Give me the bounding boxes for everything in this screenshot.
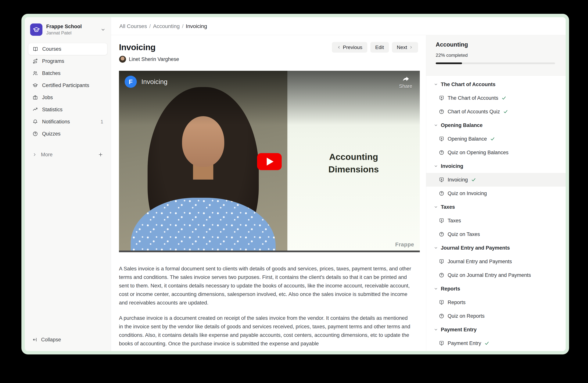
sidebar-item-programs[interactable]: Programs xyxy=(28,55,107,67)
check-icon xyxy=(503,109,508,114)
play-icon xyxy=(267,158,273,166)
route-icon xyxy=(32,58,38,64)
lesson-row[interactable]: Journal Entry and Payments xyxy=(426,255,566,268)
lesson-row[interactable]: Quiz on Reports xyxy=(426,309,566,323)
page-title: Invoicing xyxy=(119,42,156,52)
help-circle-icon xyxy=(439,313,444,319)
lesson-row-active[interactable]: Invoicing xyxy=(426,173,566,187)
lesson-row[interactable]: Quiz on Taxes xyxy=(426,228,566,241)
brand-user: Jannat Patel xyxy=(46,30,82,36)
brand-name: Frappe School xyxy=(46,24,82,30)
lesson-row[interactable]: Quiz on Journal Entry and Payments xyxy=(426,268,566,282)
sidebar-item-notifications[interactable]: Notifications 1 xyxy=(28,116,107,128)
chevron-down-icon xyxy=(101,27,105,32)
help-circle-icon xyxy=(439,272,444,278)
lesson-row[interactable]: Taxes xyxy=(426,214,566,228)
help-circle-icon xyxy=(32,131,38,137)
collapse-icon xyxy=(32,337,38,342)
chapter-row[interactable]: Opening Balance xyxy=(426,118,566,132)
course-outline: The Chart of Accounts The Chart of Accou… xyxy=(426,76,566,351)
lesson-row[interactable]: The Chart of Accounts xyxy=(426,91,566,105)
chapter-row[interactable]: Payment Entry xyxy=(426,323,566,336)
frappe-watermark: Frappe xyxy=(395,241,414,248)
monitor-play-icon xyxy=(439,95,444,101)
more-label: More xyxy=(41,152,53,158)
chevron-right-icon xyxy=(32,152,37,157)
sidebar-item-quizzes[interactable]: Quizzes xyxy=(28,128,107,140)
video-overlay-title[interactable]: Invoicing xyxy=(141,78,168,86)
chapter-row[interactable]: The Chart of Accounts xyxy=(426,77,566,91)
lesson-row[interactable]: Chart of Accounts Quiz xyxy=(426,105,566,118)
video-header: F Invoicing xyxy=(125,76,168,88)
notification-count-badge: 1 xyxy=(101,119,103,125)
course-progress-bar xyxy=(436,62,555,64)
help-circle-icon xyxy=(439,191,444,196)
sidebar-item-statistics[interactable]: Statistics xyxy=(28,103,107,116)
check-icon xyxy=(502,96,506,100)
check-icon xyxy=(484,341,489,346)
monitor-play-icon xyxy=(439,177,444,183)
sidebar-item-label: Statistics xyxy=(42,107,63,113)
author-row: Linet Sherin Varghese xyxy=(119,56,418,63)
breadcrumb-separator: / xyxy=(182,23,184,29)
edit-button[interactable]: Edit xyxy=(370,42,389,53)
help-circle-icon xyxy=(439,231,444,237)
sidebar-more[interactable]: More xyxy=(28,149,107,160)
chapter-row[interactable]: Journal Entry and Payments xyxy=(426,241,566,255)
chapter-row[interactable]: Reports xyxy=(426,282,566,296)
frappe-school-logo-icon xyxy=(30,23,42,36)
monitor-play-icon xyxy=(439,340,444,346)
chapter-row[interactable]: Taxes xyxy=(426,200,566,214)
lesson-row[interactable]: Quiz on Opening Balances xyxy=(426,146,566,159)
author-avatar xyxy=(119,56,126,63)
sidebar-item-jobs[interactable]: Jobs xyxy=(28,91,107,103)
lesson-row[interactable]: Reports xyxy=(426,296,566,309)
right-part: All Courses / Accounting / Invoicing Inv… xyxy=(111,17,566,351)
breadcrumb-link-accounting[interactable]: Accounting xyxy=(153,23,180,29)
help-circle-icon xyxy=(439,109,444,115)
bell-icon xyxy=(32,119,38,125)
collapse-sidebar-button[interactable]: Collapse xyxy=(28,334,107,345)
channel-avatar[interactable]: F xyxy=(125,76,137,88)
check-icon xyxy=(471,177,476,182)
video-player[interactable]: Accounting Dimensions Frappe F Invoicing xyxy=(119,71,420,252)
slide-title: Accounting Dimensions xyxy=(328,151,379,176)
sidebar-item-courses[interactable]: Courses xyxy=(28,43,107,55)
lesson-paragraph: A purchase invoice is a document created… xyxy=(119,314,412,348)
previous-button[interactable]: Previous xyxy=(332,42,367,53)
chevron-down-icon xyxy=(434,82,438,86)
lesson-row[interactable]: Opening Balance xyxy=(426,132,566,146)
sidebar-item-batches[interactable]: Batches xyxy=(28,67,107,79)
graduation-cap-icon xyxy=(32,82,38,88)
lesson-row[interactable]: Quiz on Invoicing xyxy=(426,187,566,200)
monitor-play-icon xyxy=(439,300,444,305)
content-row: Invoicing Previous Edit Next xyxy=(111,35,566,351)
left-sidebar: Frappe School Jannat Patel Courses Progr… xyxy=(25,17,111,351)
school-switcher[interactable]: Frappe School Jannat Patel xyxy=(28,23,107,36)
progress-fill xyxy=(436,62,462,64)
chevron-right-icon xyxy=(409,45,413,49)
lesson-row[interactable]: Payment Entry xyxy=(426,336,566,350)
sidebar-nav: Courses Programs Batches Certified Parti… xyxy=(28,43,107,140)
next-button[interactable]: Next xyxy=(392,42,418,53)
monitor-play-icon xyxy=(439,218,444,224)
add-button[interactable] xyxy=(98,152,103,157)
share-button[interactable]: Share xyxy=(399,76,412,89)
users-icon xyxy=(32,70,38,76)
play-button[interactable] xyxy=(257,153,282,170)
breadcrumb: All Courses / Accounting / Invoicing xyxy=(119,23,207,29)
sidebar-item-certified-participants[interactable]: Certified Participants xyxy=(28,79,107,91)
monitor-play-icon xyxy=(439,259,444,264)
author-name: Linet Sherin Varghese xyxy=(129,57,179,62)
chevron-down-icon xyxy=(434,164,438,168)
monitor-play-icon xyxy=(439,136,444,142)
course-completed-label: 22% completed xyxy=(436,53,555,58)
course-title: Accounting xyxy=(436,41,555,48)
sidebar-item-label: Batches xyxy=(42,70,61,76)
chevron-down-icon xyxy=(434,246,438,250)
briefcase-icon xyxy=(32,95,38,100)
breadcrumb-link-all-courses[interactable]: All Courses xyxy=(119,23,147,29)
lesson-paragraph: A Sales invoice is a formal document sen… xyxy=(119,264,412,307)
chapter-row[interactable]: Invoicing xyxy=(426,159,566,173)
chevron-down-icon xyxy=(434,123,438,127)
